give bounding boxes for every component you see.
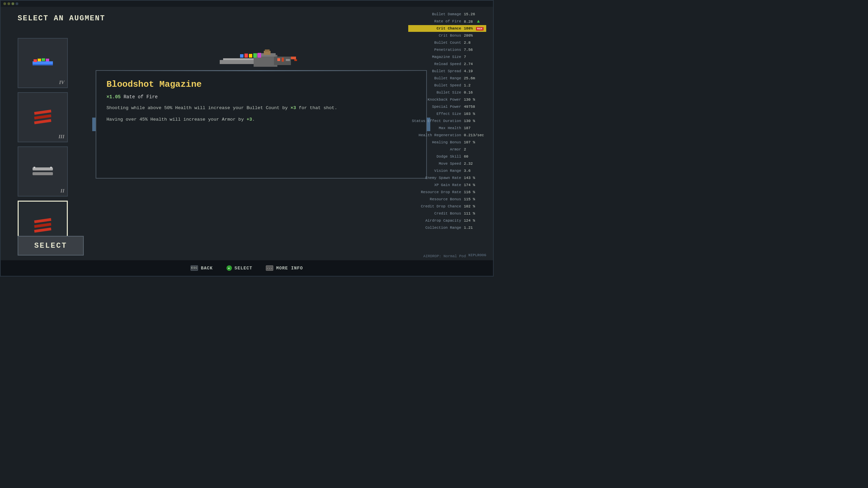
- svg-rect-11: [265, 49, 270, 52]
- stat-max-health: Max Health 187: [408, 125, 486, 131]
- augment-icon-4: [29, 214, 56, 238]
- svg-rect-27: [33, 167, 53, 170]
- stat-value-xp-rate: 174 %: [461, 183, 485, 187]
- nav-more-info-label: MORE INFO: [276, 266, 303, 271]
- augment-name: Bloodshot Magazine: [106, 79, 416, 89]
- bottom-nav: ESC BACK ● SELECT ... MORE INFO: [1, 260, 493, 276]
- stat-arrow-up-rate: ▲: [476, 19, 481, 24]
- stat-label-xp-rate: XP Gain Rate: [410, 183, 461, 187]
- top-dot-2: [7, 2, 10, 5]
- stat-magazine-size: Magazine Size 7: [408, 54, 486, 60]
- stat-armor: Armor 2: [408, 146, 486, 153]
- stat-value-status-duration: 130 %: [461, 119, 485, 123]
- stat-value-resource-bonus: 115 %: [461, 197, 485, 201]
- svg-rect-25: [34, 114, 52, 119]
- augment-modifier: ×1.05 Rate of Fire: [106, 94, 416, 100]
- stat-label-bullet-count: Bullet Count: [410, 41, 461, 45]
- stat-label-effect-size: Effect Size: [410, 112, 461, 116]
- stat-label-armor: Armor: [410, 147, 461, 151]
- stat-value-vision-range: 3.6: [461, 169, 485, 173]
- augment-icon-2: [29, 105, 56, 129]
- svg-rect-22: [46, 59, 49, 61]
- nav-more-info[interactable]: ... MORE INFO: [266, 265, 303, 271]
- augment-item-3[interactable]: II: [18, 146, 68, 197]
- stat-label-dodge: Dodge Skill: [410, 155, 461, 159]
- augment-description-1: Shooting while above 50% Health will inc…: [106, 104, 416, 112]
- stat-value-magazine-size: 7: [461, 55, 485, 59]
- svg-rect-7: [249, 54, 252, 58]
- stat-healing-bonus: Healing Bonus 107 %: [408, 139, 486, 146]
- highlight-x3: ×3: [291, 105, 296, 110]
- stat-value-collection-range: 1.21: [461, 226, 485, 230]
- svg-rect-9: [258, 53, 261, 58]
- stat-badge-max: max: [476, 27, 484, 30]
- svg-rect-14: [282, 58, 284, 62]
- stat-label-enemy-spawn: Enemy Spawn Rate: [410, 176, 461, 180]
- stat-vision-range: Vision Range 3.6: [408, 167, 486, 174]
- svg-rect-21: [42, 58, 45, 61]
- svg-rect-6: [244, 54, 248, 58]
- logo: NIPLROOG: [468, 253, 486, 257]
- select-button[interactable]: SELECT: [18, 236, 84, 256]
- stat-value-bullet-count: 2.8: [461, 41, 485, 45]
- stat-collection-range: Collection Range 1.21: [408, 224, 486, 231]
- stat-value-max-health: 187: [461, 126, 485, 130]
- svg-rect-16: [291, 57, 296, 59]
- nav-select-label: SELECT: [235, 266, 253, 271]
- stat-value-bullet-damage: 15.26: [461, 12, 485, 16]
- stat-value-airdrop-capacity: 124 %: [461, 219, 485, 223]
- stat-bullet-spread: Bullet Spread 4.19: [408, 68, 486, 75]
- stat-value-crit-bonus: 280%: [461, 34, 485, 38]
- stat-value-bullet-range: 25.6m: [461, 76, 485, 80]
- stat-xp-rate: XP Gain Rate 174 %: [408, 182, 486, 188]
- stat-label-collection-range: Collection Range: [410, 226, 461, 230]
- nav-back[interactable]: ESC BACK: [191, 265, 213, 271]
- augment-item-2[interactable]: III: [18, 92, 68, 142]
- svg-rect-24: [34, 109, 52, 115]
- stat-label-knockback: Knockback Power: [410, 98, 461, 102]
- stat-label-bullet-damage: Bullet Damage: [410, 12, 461, 16]
- augment-tier-3: II: [60, 188, 64, 194]
- svg-rect-8: [253, 53, 257, 58]
- airdrop-label: AIRDROP: Normal Pod: [423, 254, 466, 258]
- stat-value-reload-speed: 2.74: [461, 62, 485, 66]
- stat-health-regen: Health Regeneration 0.213/sec: [408, 132, 486, 139]
- stat-value-credit-bonus: 111 %: [461, 211, 485, 216]
- stats-panel: Bullet Damage 15.26 Rate of Fire 8.28 ▲ …: [408, 11, 486, 259]
- stat-value-bullet-speed: 1.2: [461, 83, 485, 87]
- nav-key-more-info: ...: [266, 265, 273, 271]
- stat-label-status-duration: Status Effect Duration: [410, 119, 461, 123]
- augment-list: IV III II: [18, 38, 72, 251]
- stat-value-rate-of-fire: 8.28 ▲: [461, 19, 485, 24]
- stat-value-credit-drop: 102 %: [461, 204, 485, 208]
- svg-rect-20: [38, 59, 41, 61]
- stat-crit-bonus: Crit Bonus 280%: [408, 32, 486, 39]
- svg-rect-15: [286, 59, 290, 61]
- nav-select[interactable]: ● SELECT: [226, 265, 253, 271]
- stat-label-credit-drop: Credit Drop Chance: [410, 204, 461, 208]
- stat-label-bullet-spread: Bullet Spread: [410, 69, 461, 73]
- stat-status-duration: Status Effect Duration 130 %: [408, 118, 486, 124]
- stat-value-dodge: 60: [461, 155, 485, 159]
- stat-label-health-regen: Health Regeneration: [410, 133, 461, 137]
- stat-value-enemy-spawn: 143 %: [461, 176, 485, 180]
- svg-rect-32: [34, 223, 52, 228]
- nav-back-label: BACK: [201, 266, 213, 271]
- stat-label-vision-range: Vision Range: [410, 169, 461, 173]
- modifier-stat: Rate of Fire: [123, 94, 158, 100]
- stat-knockback: Knockback Power 130 %: [408, 96, 486, 103]
- augment-item-1[interactable]: IV: [18, 38, 68, 88]
- main-screen: SELECT AN AUGMENT: [0, 0, 494, 277]
- svg-rect-26: [34, 119, 52, 124]
- augment-description-2: Having over 45% Health will increase you…: [106, 116, 416, 123]
- stat-reload-speed: Reload Speed 2.74: [408, 61, 486, 67]
- stat-airdrop-capacity: Airdrop Capacity 124 %: [408, 217, 486, 224]
- stat-effect-size: Effect Size 103 %: [408, 110, 486, 117]
- stat-credit-bonus: Credit Bonus 111 %: [408, 210, 486, 217]
- stat-label-penetrations: Penetrations: [410, 48, 461, 52]
- card-decoration-left: [92, 118, 96, 131]
- augment-icon-1: [29, 51, 56, 75]
- svg-rect-29: [34, 167, 35, 168]
- stat-label-bullet-speed: Bullet Speed: [410, 83, 461, 87]
- stat-crit-chance: Crit Chance 180% max: [408, 25, 486, 32]
